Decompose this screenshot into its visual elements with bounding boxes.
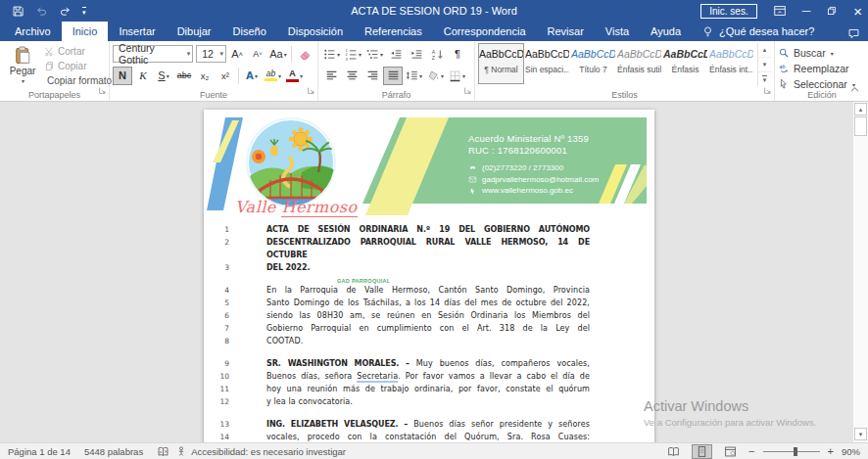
shading-button[interactable]: ▾ bbox=[425, 67, 446, 85]
ribbon-display-options-icon[interactable] bbox=[773, 4, 787, 18]
proofing-icon[interactable] bbox=[157, 445, 169, 458]
align-left-button[interactable] bbox=[321, 67, 341, 85]
tab-correspondencia[interactable]: Correspondencia bbox=[433, 22, 537, 41]
dialog-launcher-icon[interactable] bbox=[98, 81, 107, 99]
subscript-button[interactable]: x₂ bbox=[195, 67, 215, 85]
document-line[interactable]: 14vocales, procedo con la constatación d… bbox=[204, 431, 654, 442]
dialog-launcher-icon[interactable] bbox=[307, 81, 315, 99]
styles-scroll-down-icon[interactable]: ▼ bbox=[758, 58, 771, 72]
document-page[interactable]: Acuerdo Ministerial Nº 1359 RUC : 176812… bbox=[204, 110, 654, 442]
line-spacing-button[interactable]: ▾ bbox=[404, 67, 424, 85]
document-line[interactable]: 9SR. WASHINGTON MORALES. – Muy buenos dí… bbox=[204, 357, 654, 370]
document-line[interactable]: 8COOTAD. bbox=[204, 335, 654, 347]
zoom-slider[interactable] bbox=[763, 451, 820, 452]
dialog-launcher-icon[interactable] bbox=[763, 81, 772, 99]
document-line[interactable]: 13ING. ELIZABETH VELASQUEZ. – Buenos día… bbox=[204, 418, 654, 431]
redo-icon[interactable] bbox=[59, 5, 72, 18]
document-line[interactable]: 4En la Parroquia de Valle Hermoso, Cantó… bbox=[204, 284, 654, 297]
print-layout-button[interactable] bbox=[692, 444, 712, 459]
document-line[interactable]: 10Buenos días, señora Secretaria. Por fa… bbox=[204, 370, 654, 383]
tab-disposicion[interactable]: Disposición bbox=[277, 22, 354, 41]
tab-referencias[interactable]: Referencias bbox=[354, 22, 433, 41]
read-mode-button[interactable] bbox=[663, 444, 684, 459]
change-case-button[interactable]: Aa▾ bbox=[268, 45, 288, 64]
grow-font-button[interactable]: A˄ bbox=[227, 45, 247, 64]
zoom-out-button[interactable]: − bbox=[748, 446, 754, 457]
text-effects-button[interactable]: A▾ bbox=[242, 67, 262, 85]
clear-formatting-button[interactable] bbox=[295, 45, 314, 64]
word-count[interactable]: 5448 palabras bbox=[84, 446, 143, 457]
minimize-button[interactable]: ─ bbox=[802, 5, 811, 17]
justify-button[interactable] bbox=[383, 67, 403, 85]
document-line[interactable]: 1ACTA DE SESIÓN ORDINARIA N.º 19 DEL GOB… bbox=[204, 223, 654, 236]
bold-button[interactable]: N bbox=[113, 67, 132, 85]
multilevel-list-button[interactable]: ▾ bbox=[364, 45, 385, 64]
cut-button[interactable]: Cortar bbox=[44, 45, 106, 58]
underline-button[interactable]: S▾ bbox=[154, 67, 173, 85]
scroll-down-icon[interactable]: ▼ bbox=[854, 428, 867, 440]
feedback-icon[interactable] bbox=[847, 24, 860, 42]
document-line[interactable]: 2DESCENTRALIZADO PARROQUIAL RURAL VALLE … bbox=[204, 236, 654, 261]
font-color-button[interactable]: A ▾ bbox=[284, 67, 305, 85]
document-line[interactable]: 5Santo Domingo de los Tsáchilas, a los 1… bbox=[204, 297, 654, 309]
styles-scroll-up-icon[interactable]: ▲ bbox=[758, 43, 771, 58]
web-layout-button[interactable] bbox=[720, 444, 741, 459]
sign-in-button[interactable]: Inic. ses. bbox=[700, 4, 756, 19]
tab-insertar[interactable]: Insertar bbox=[108, 22, 166, 41]
highlight-button[interactable]: ab ▾ bbox=[263, 67, 283, 85]
paste-button[interactable]: Pegar ▾ bbox=[3, 43, 42, 86]
superscript-button[interactable]: x² bbox=[216, 67, 235, 85]
increase-indent-button[interactable] bbox=[407, 45, 426, 64]
bullets-button[interactable]: ▾ bbox=[321, 45, 342, 64]
format-painter-button[interactable]: Copiar formato bbox=[44, 74, 106, 87]
scrollbar-thumb[interactable] bbox=[854, 116, 867, 136]
tab-vista[interactable]: Vista bbox=[595, 22, 640, 41]
close-button[interactable]: × bbox=[853, 4, 862, 19]
tab-archivo[interactable]: Archivo bbox=[4, 22, 62, 41]
style-enfasis[interactable]: AaBbCcDcÉnfasis bbox=[662, 43, 708, 84]
accessibility-status[interactable]: Accesibilidad: es necesario investigar bbox=[175, 445, 346, 457]
page-indicator[interactable]: Página 1 de 14 bbox=[8, 446, 71, 457]
tab-ayuda[interactable]: Ayuda bbox=[640, 22, 692, 41]
replace-button[interactable]: Reemplazar bbox=[778, 62, 866, 75]
scroll-up-icon[interactable]: ▲ bbox=[854, 103, 867, 115]
style-no-spacing[interactable]: AaBbCcDcSin espaci... bbox=[524, 43, 570, 84]
decrease-indent-button[interactable] bbox=[386, 45, 406, 64]
customize-qat-icon[interactable]: ▾ bbox=[82, 7, 86, 16]
shrink-font-button[interactable]: A˅ bbox=[248, 45, 267, 64]
style-enfasis-sutil[interactable]: AaBbCcDcÉnfasis sutil bbox=[616, 43, 662, 84]
tell-me-box[interactable]: ¿Qué desea hacer? bbox=[692, 22, 824, 41]
zoom-in-button[interactable]: + bbox=[828, 446, 834, 457]
style-normal[interactable]: AaBbCcDc¶ Normal bbox=[478, 43, 524, 84]
find-button[interactable]: Buscar▾ bbox=[778, 46, 866, 60]
show-marks-button[interactable]: ¶ bbox=[448, 45, 467, 64]
sort-button[interactable] bbox=[427, 45, 447, 64]
collapse-ribbon-icon[interactable] bbox=[849, 80, 860, 98]
save-icon[interactable] bbox=[12, 5, 24, 18]
copy-button[interactable]: Copiar bbox=[44, 60, 106, 72]
tab-dibujar[interactable]: Dibujar bbox=[167, 22, 222, 41]
tab-diseno[interactable]: Diseño bbox=[222, 22, 277, 41]
document-line[interactable]: 11hoy una reunión más de trabajo ordinar… bbox=[204, 383, 654, 395]
style-titulo-7[interactable]: AaBbCcDcTítulo 7 bbox=[570, 43, 616, 84]
restore-button[interactable] bbox=[826, 5, 838, 17]
document-line[interactable]: 7Gobierno Parroquial en cumplimiento con… bbox=[204, 322, 654, 335]
vertical-scrollbar[interactable]: ▲ ▼ bbox=[852, 102, 868, 442]
font-family-combo[interactable]: Century Gothic ▾ bbox=[113, 45, 193, 63]
document-line[interactable]: 6siendo las 08H30 am, se reúnen en Sesió… bbox=[204, 309, 654, 322]
align-center-button[interactable] bbox=[342, 67, 362, 85]
undo-icon[interactable] bbox=[35, 5, 48, 18]
zoom-slider-handle[interactable] bbox=[794, 447, 797, 456]
document-line[interactable]: 12y lea la convocatoria. bbox=[204, 395, 654, 408]
document-line[interactable]: 3DEL 2022. bbox=[204, 261, 654, 274]
zoom-level[interactable]: 90% bbox=[842, 446, 860, 457]
italic-button[interactable]: K bbox=[133, 67, 153, 85]
style-enfasis-intenso[interactable]: AaBbCcDcÉnfasis int... bbox=[708, 43, 754, 84]
align-right-button[interactable] bbox=[362, 67, 382, 85]
numbering-button[interactable]: ▾ bbox=[343, 45, 363, 64]
tab-inicio[interactable]: Inicio bbox=[62, 22, 109, 41]
dialog-launcher-icon[interactable] bbox=[463, 81, 472, 99]
strikethrough-button[interactable]: abc bbox=[174, 67, 194, 85]
tab-revisar[interactable]: Revisar bbox=[537, 22, 595, 41]
font-size-combo[interactable]: 12 ▾ bbox=[196, 45, 226, 63]
